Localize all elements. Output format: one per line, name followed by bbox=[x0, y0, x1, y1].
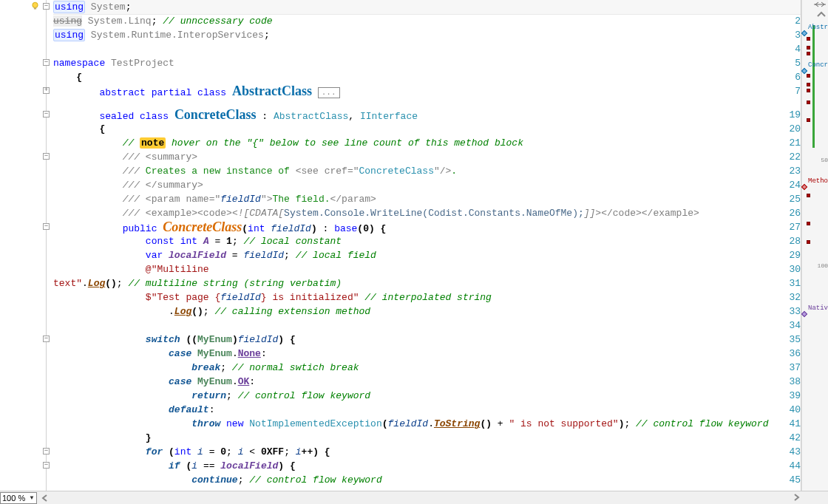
error-marker[interactable] bbox=[807, 194, 810, 197]
code-line[interactable]: using System.Runtime.InteropServices; bbox=[53, 28, 801, 42]
code-line[interactable]: const int A = 1; // local constant bbox=[53, 234, 801, 248]
zoom-value: 100 % bbox=[2, 494, 25, 503]
fold-collapse-icon[interactable]: − bbox=[43, 153, 50, 160]
scroll-up-icon[interactable] bbox=[817, 10, 826, 17]
type-marker-icon[interactable] bbox=[801, 184, 807, 190]
fold-collapse-icon[interactable]: − bbox=[43, 59, 50, 66]
code-line[interactable]: abstract partial class AbstractClass ... bbox=[53, 84, 801, 98]
code-line[interactable]: text".Log(); // multiline string (string… bbox=[53, 276, 801, 290]
error-marker[interactable] bbox=[807, 240, 810, 244]
code-line[interactable]: /// </summary> bbox=[53, 178, 801, 192]
scroll-right-icon[interactable] bbox=[791, 492, 801, 503]
fold-collapse-icon[interactable]: − bbox=[43, 223, 50, 230]
code-line[interactable]: case MyEnum.OK: bbox=[53, 375, 801, 389]
code-line[interactable]: public ConcreteClass(int fieldId) : base… bbox=[53, 220, 801, 234]
code-line[interactable]: { bbox=[53, 122, 801, 136]
code-line[interactable]: namespace TestProject bbox=[53, 56, 801, 70]
code-line[interactable]: @"Multiline bbox=[53, 262, 801, 276]
fold-collapse-icon[interactable]: − bbox=[43, 336, 50, 342]
type-marker-label[interactable]: Abstrac bbox=[808, 24, 828, 31]
code-line[interactable]: break; // normal swtich break bbox=[53, 361, 801, 375]
type-marker-icon[interactable] bbox=[801, 30, 807, 36]
code-line[interactable]: case MyEnum.None: bbox=[53, 347, 801, 361]
fold-collapse-icon[interactable]: − bbox=[43, 3, 50, 10]
code-line[interactable]: switch ((MyEnum)fieldId) { bbox=[53, 333, 801, 347]
lightbulb-gutter bbox=[30, 0, 41, 491]
zoom-selector[interactable]: 100 % ▼ bbox=[0, 492, 37, 504]
code-line[interactable]: .Log(); // calling extension method bbox=[53, 304, 801, 319]
code-line[interactable]: var localField = fieldId; // local field bbox=[53, 248, 801, 262]
svg-rect-1 bbox=[34, 7, 36, 9]
code-line[interactable]: default: bbox=[53, 403, 801, 417]
code-line[interactable]: } bbox=[53, 431, 801, 445]
error-marker[interactable] bbox=[807, 37, 810, 41]
split-handle-icon[interactable] bbox=[813, 0, 827, 7]
collapsed-region[interactable]: ... bbox=[318, 87, 340, 98]
error-marker[interactable] bbox=[807, 89, 810, 92]
chevron-down-icon: ▼ bbox=[29, 494, 35, 501]
code-line[interactable]: continue; // control flow keyword bbox=[53, 473, 801, 487]
code-line[interactable]: using System.Linq; // unnccessary code bbox=[53, 14, 801, 28]
error-marker[interactable] bbox=[807, 74, 810, 78]
fold-collapse-icon[interactable]: − bbox=[43, 462, 50, 469]
code-line[interactable]: /// <summary> bbox=[53, 150, 801, 164]
fold-collapse-icon[interactable]: − bbox=[43, 448, 50, 454]
error-marker[interactable] bbox=[807, 46, 810, 50]
code-line[interactable]: for (int i = 0; i < 0XFF; i++) { bbox=[53, 445, 801, 459]
code-line[interactable]: using System; bbox=[53, 0, 801, 14]
scroll-left-icon[interactable] bbox=[40, 493, 50, 503]
code-line[interactable]: { bbox=[53, 70, 801, 84]
fold-gutter: −−+−−−−−− bbox=[41, 0, 53, 491]
line-tick: 100 bbox=[818, 262, 828, 269]
code-line[interactable]: /// <param name="fieldId">The field.</pa… bbox=[53, 192, 801, 206]
fold-collapse-icon[interactable]: − bbox=[43, 111, 50, 118]
type-marker-icon[interactable] bbox=[801, 311, 807, 317]
error-marker[interactable] bbox=[807, 52, 810, 55]
type-marker-label[interactable]: Method bbox=[808, 177, 828, 185]
code-line[interactable]: if (i == localField) { bbox=[53, 459, 801, 473]
code-line[interactable]: /// Creates a new instance of <see cref=… bbox=[53, 164, 801, 178]
change-indicator bbox=[812, 25, 815, 148]
code-line[interactable]: // note hover on the "{" below to see li… bbox=[53, 136, 801, 150]
code-line[interactable]: $"Test page {fieldId} is initialized" //… bbox=[53, 290, 801, 304]
fold-expand-icon[interactable]: + bbox=[43, 87, 50, 94]
code-editor[interactable]: 1234567192021222324252627282930313233343… bbox=[0, 0, 801, 491]
error-marker[interactable] bbox=[807, 83, 810, 86]
type-marker-label[interactable]: Concre bbox=[808, 61, 828, 69]
svg-point-0 bbox=[33, 2, 38, 7]
code-line[interactable] bbox=[53, 42, 801, 56]
lightbulb-icon[interactable] bbox=[30, 1, 40, 11]
type-marker-label[interactable]: Native bbox=[808, 304, 828, 312]
marker-bar[interactable]: AbstracConcreMethodNative50100 bbox=[801, 0, 828, 491]
line-number-gutter: 1234567192021222324252627282930313233343… bbox=[0, 0, 30, 491]
error-marker[interactable] bbox=[807, 101, 810, 104]
error-marker[interactable] bbox=[807, 222, 810, 225]
code-line[interactable]: /// <example><code><![CDATA[System.Conso… bbox=[53, 206, 801, 220]
status-bar: 100 % ▼ bbox=[0, 491, 828, 504]
code-line[interactable] bbox=[53, 319, 801, 333]
code-line[interactable]: return; // control flow keyword bbox=[53, 389, 801, 403]
type-marker-icon[interactable] bbox=[801, 68, 807, 74]
line-tick: 50 bbox=[821, 157, 828, 163]
code-line[interactable]: throw new NotImplementedException(fieldI… bbox=[53, 417, 801, 431]
code-area[interactable]: using System;using System.Linq; // unncc… bbox=[53, 0, 801, 491]
error-marker[interactable] bbox=[807, 118, 810, 122]
code-line[interactable]: sealed class ConcreteClass : AbstractCla… bbox=[53, 108, 801, 122]
